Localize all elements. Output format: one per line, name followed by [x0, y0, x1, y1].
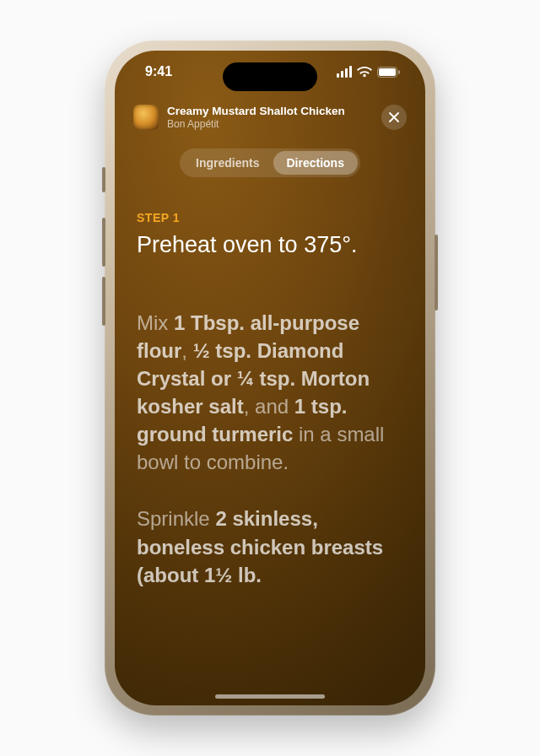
volume-up-button[interactable] [102, 218, 105, 267]
ring-switch[interactable] [102, 167, 105, 192]
close-button[interactable] [381, 105, 407, 130]
tab-switcher: Ingredients Directions [180, 148, 360, 177]
recipe-thumbnail[interactable] [133, 105, 159, 130]
step-label: STEP 1 [137, 211, 403, 224]
tab-ingredients[interactable]: Ingredients [182, 151, 273, 175]
step-paragraph: Mix 1 Tbsp. all-purpose flour, ½ tsp. Di… [137, 309, 403, 477]
recipe-source: Bon Appétit [167, 118, 375, 130]
wifi-icon [357, 67, 372, 78]
volume-down-button[interactable] [102, 277, 105, 326]
home-indicator[interactable] [215, 694, 325, 699]
tab-directions[interactable]: Directions [273, 151, 358, 175]
recipe-title: Creamy Mustard Shallot Chicken [167, 105, 375, 118]
step-primary-instruction: Preheat oven to 375°. [137, 231, 403, 260]
step-paragraph: Sprinkle 2 skinless, boneless chicken br… [137, 505, 403, 588]
directions-content[interactable]: STEP 1 Preheat oven to 375°. Mix 1 Tbsp.… [115, 211, 425, 705]
dynamic-island [223, 62, 317, 91]
phone-frame: 9:41 Creamy Mustard Shallot Chicken Bon … [105, 40, 435, 716]
screen: 9:41 Creamy Mustard Shallot Chicken Bon … [115, 51, 425, 705]
svg-rect-2 [398, 70, 400, 74]
close-icon [389, 112, 399, 122]
side-button[interactable] [435, 235, 438, 310]
battery-icon [377, 67, 400, 78]
cellular-icon [337, 66, 352, 78]
status-time: 9:41 [145, 64, 172, 79]
recipe-header: Creamy Mustard Shallot Chicken Bon Appét… [115, 105, 425, 131]
svg-rect-1 [379, 68, 396, 76]
